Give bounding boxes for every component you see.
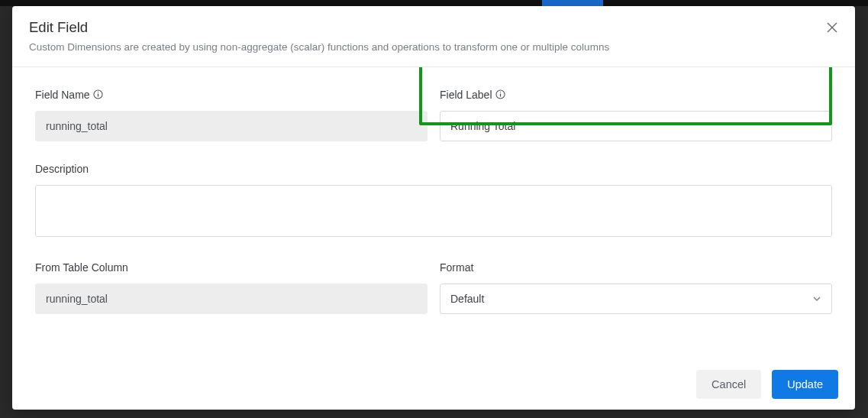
info-icon[interactable] [495, 89, 506, 100]
info-icon[interactable] [93, 89, 104, 100]
close-button[interactable] [824, 20, 840, 35]
svg-point-7 [500, 92, 501, 92]
background-app-bar [0, 0, 868, 6]
edit-field-modal: Edit Field Custom Dimensions are created… [12, 6, 855, 410]
field-label-label: Field Label [440, 89, 832, 101]
field-name-label: Field Name [35, 89, 428, 101]
field-label-label-text: Field Label [440, 89, 492, 101]
svg-point-4 [98, 92, 98, 92]
modal-header: Edit Field Custom Dimensions are created… [12, 6, 855, 67]
from-table-column-group: From Table Column [35, 261, 428, 314]
format-label-text: Format [440, 261, 473, 274]
modal-footer: Cancel Update [12, 358, 855, 410]
format-select-wrap: Default [440, 284, 832, 314]
modal-subtitle: Custom Dimensions are created by using n… [29, 41, 838, 55]
from-table-column-label: From Table Column [35, 261, 428, 274]
modal-title: Edit Field [29, 19, 838, 36]
field-name-input [35, 111, 428, 141]
from-table-column-label-text: From Table Column [35, 261, 128, 274]
cancel-button[interactable]: Cancel [696, 370, 761, 399]
form-row-table-format: From Table Column Format Default [35, 261, 832, 314]
update-button[interactable]: Update [772, 370, 838, 399]
field-name-label-text: Field Name [35, 89, 90, 101]
description-label: Description [35, 163, 832, 175]
from-table-column-input [35, 284, 428, 314]
close-icon [827, 22, 837, 33]
description-label-text: Description [35, 163, 89, 175]
field-label-group: Field Label [440, 89, 832, 141]
format-group: Format Default [440, 261, 832, 314]
field-label-input[interactable] [440, 111, 832, 141]
form-row-description: Description [35, 163, 832, 240]
background-app-active-tab [542, 0, 603, 6]
form-row-name-label: Field Name Field Label [35, 89, 832, 141]
field-name-group: Field Name [35, 89, 428, 141]
format-select[interactable]: Default [440, 284, 832, 314]
description-input[interactable] [35, 185, 832, 237]
description-group: Description [35, 163, 832, 240]
modal-body: Field Name Field Label [12, 67, 855, 358]
format-label: Format [440, 261, 832, 274]
